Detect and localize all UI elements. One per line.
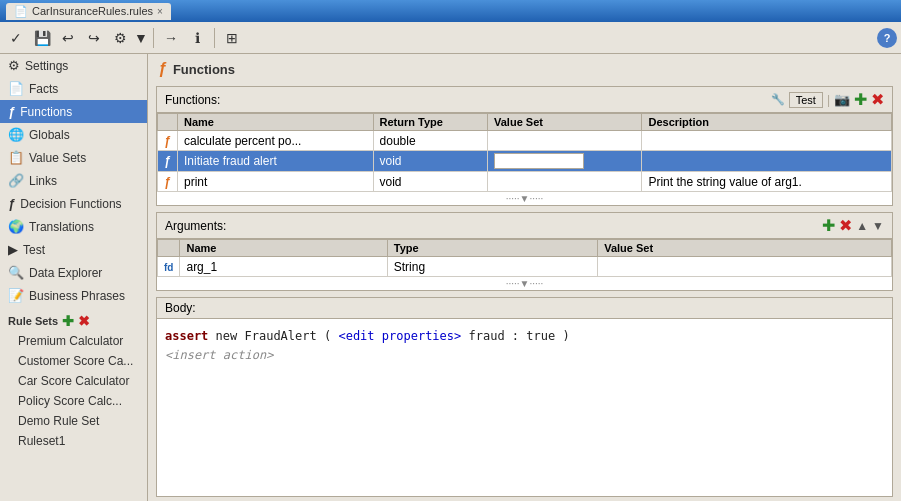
section-title: Functions: [173, 62, 235, 77]
sidebar-item-premium-calculator[interactable]: Premium Calculator: [0, 331, 147, 351]
arg-col-name: Name: [180, 240, 387, 257]
tab-label: CarInsuranceRules.rules: [32, 5, 153, 17]
arguments-table-wrapper: Name Type Value Set fd arg_1 String: [157, 239, 892, 277]
body-label: Body:: [165, 301, 196, 315]
arguments-panel-header: Arguments: ✚ ✖ ▲ ▼: [157, 213, 892, 239]
body-code-line2[interactable]: <insert action>: [165, 346, 884, 365]
test-button[interactable]: Test: [789, 92, 823, 108]
snapshot-icon[interactable]: 📷: [834, 92, 850, 107]
func-return-2: void: [373, 172, 487, 192]
functions-del-icon[interactable]: ✖: [871, 90, 884, 109]
info-button[interactable]: ℹ: [185, 26, 209, 50]
sidebar-item-business-phrases-label: Business Phrases: [29, 289, 125, 303]
col-return-type: Return Type: [373, 114, 487, 131]
edit-properties[interactable]: <edit properties>: [338, 329, 461, 343]
args-del-icon[interactable]: ✖: [839, 216, 852, 235]
arg-col-valueset: Value Set: [598, 240, 892, 257]
table-row[interactable]: ƒ print void Print the string value of a…: [158, 172, 892, 192]
sidebar-item-policy-score[interactable]: Policy Score Calc...: [0, 391, 147, 411]
args-up-icon[interactable]: ▲: [856, 219, 868, 233]
tab-close-icon[interactable]: ×: [157, 6, 163, 17]
rule-sets-del-icon[interactable]: ✖: [78, 313, 90, 329]
title-bar: 📄 CarInsuranceRules.rules ×: [0, 0, 901, 22]
grid-button[interactable]: ⊞: [220, 26, 244, 50]
args-add-icon[interactable]: ✚: [822, 216, 835, 235]
customer-score-label: Customer Score Ca...: [18, 354, 133, 368]
func-name-2[interactable]: print: [178, 172, 374, 192]
functions-panel-controls: 🔧 Test | 📷 ✚ ✖: [771, 90, 884, 109]
deploy-button[interactable]: ⚙: [108, 26, 132, 50]
validate-button[interactable]: ✓: [4, 26, 28, 50]
file-icon: 📄: [14, 5, 28, 18]
test-icon: ▶: [8, 242, 18, 257]
arguments-panel-controls: ✚ ✖ ▲ ▼: [822, 216, 884, 235]
save-button[interactable]: 💾: [30, 26, 54, 50]
assert-keyword: assert: [165, 329, 208, 343]
ruleset1-label: Ruleset1: [18, 434, 65, 448]
help-button[interactable]: ?: [877, 28, 897, 48]
sidebar-item-customer-score[interactable]: Customer Score Ca...: [0, 351, 147, 371]
back-button[interactable]: ↩: [56, 26, 80, 50]
func-valueset-1[interactable]: ▼: [488, 151, 642, 172]
premium-calculator-label: Premium Calculator: [18, 334, 123, 348]
sidebar-item-globals[interactable]: 🌐 Globals: [0, 123, 147, 146]
sidebar-item-business-phrases[interactable]: 📝 Business Phrases: [0, 284, 147, 307]
body-code-line1[interactable]: assert new FraudAlert ( <edit properties…: [165, 327, 884, 346]
func-row-icon-1: ƒ: [164, 154, 171, 168]
separator1: [153, 28, 154, 48]
sidebar-item-facts[interactable]: 📄 Facts: [0, 77, 147, 100]
sidebar-item-data-explorer[interactable]: 🔍 Data Explorer: [0, 261, 147, 284]
functions-add-icon[interactable]: ✚: [854, 90, 867, 109]
arg-col-type: Type: [387, 240, 597, 257]
body-content[interactable]: assert new FraudAlert ( <edit properties…: [157, 319, 892, 496]
sidebar-item-links[interactable]: 🔗 Links: [0, 169, 147, 192]
decision-functions-icon: ƒ: [8, 196, 15, 211]
sidebar: ⚙ Settings 📄 Facts ƒ Functions 🌐 Globals…: [0, 54, 148, 501]
navigate-button[interactable]: →: [159, 26, 183, 50]
table-row[interactable]: fd arg_1 String: [158, 257, 892, 277]
valueset-dropdown[interactable]: ▼: [494, 153, 584, 169]
sidebar-item-facts-label: Facts: [29, 82, 58, 96]
file-tab[interactable]: 📄 CarInsuranceRules.rules ×: [6, 3, 171, 20]
body-panel: Body: assert new FraudAlert ( <edit prop…: [156, 297, 893, 497]
section-header: ƒ Functions: [148, 54, 901, 84]
col-description: Description: [642, 114, 892, 131]
arguments-table-body: fd arg_1 String: [158, 257, 892, 277]
arg-valueset-0: [598, 257, 892, 277]
data-explorer-icon: 🔍: [8, 265, 24, 280]
test-icon: 🔧: [771, 93, 785, 106]
demo-rule-set-label: Demo Rule Set: [18, 414, 99, 428]
sidebar-item-test[interactable]: ▶ Test: [0, 238, 147, 261]
sidebar-item-translations[interactable]: 🌍 Translations: [0, 215, 147, 238]
insert-action[interactable]: <insert action>: [165, 348, 273, 362]
valuesets-icon: 📋: [8, 150, 24, 165]
func-name-0[interactable]: calculate percent po...: [178, 131, 374, 151]
functions-table-wrapper: Name Return Type Value Set Description ƒ…: [157, 113, 892, 192]
table-row[interactable]: ƒ Initiate fraud alert void ▼: [158, 151, 892, 172]
rule-sets-add-icon[interactable]: ✚: [62, 313, 74, 329]
deploy-arrow-button[interactable]: ▼: [134, 26, 148, 50]
functions-scroll-indicator: ·····▼·····: [157, 192, 892, 205]
func-valueset-0: [488, 131, 642, 151]
sidebar-item-car-score[interactable]: Car Score Calculator: [0, 371, 147, 391]
arg-name-0[interactable]: arg_1: [180, 257, 387, 277]
sidebar-item-valuesets[interactable]: 📋 Value Sets: [0, 146, 147, 169]
sidebar-item-functions[interactable]: ƒ Functions: [0, 100, 147, 123]
sidebar-item-data-explorer-label: Data Explorer: [29, 266, 102, 280]
sidebar-item-globals-label: Globals: [29, 128, 70, 142]
facts-icon: 📄: [8, 81, 24, 96]
sidebar-item-ruleset1[interactable]: Ruleset1: [0, 431, 147, 451]
sidebar-item-decision-functions[interactable]: ƒ Decision Functions: [0, 192, 147, 215]
func-name-1[interactable]: Initiate fraud alert: [178, 151, 374, 172]
sidebar-item-functions-label: Functions: [20, 105, 72, 119]
sidebar-item-demo-rule-set[interactable]: Demo Rule Set: [0, 411, 147, 431]
forward-button[interactable]: ↪: [82, 26, 106, 50]
sidebar-item-translations-label: Translations: [29, 220, 94, 234]
arg-row-icon-0: fd: [164, 262, 173, 273]
sidebar-item-decision-functions-label: Decision Functions: [20, 197, 121, 211]
table-row[interactable]: ƒ calculate percent po... double: [158, 131, 892, 151]
arguments-scroll-indicator: ·····▼·····: [157, 277, 892, 290]
functions-label: Functions:: [165, 93, 220, 107]
args-down-icon[interactable]: ▼: [872, 219, 884, 233]
sidebar-item-settings[interactable]: ⚙ Settings: [0, 54, 147, 77]
